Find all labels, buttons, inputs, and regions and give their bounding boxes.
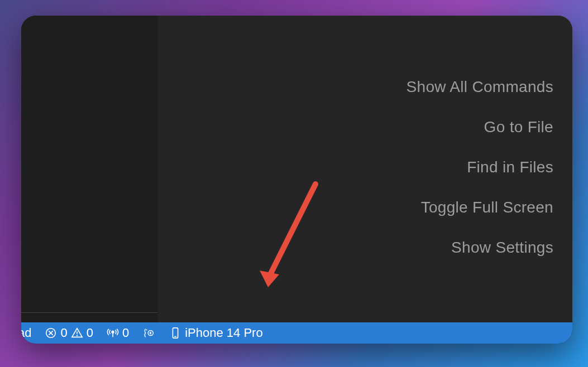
warning-count: 0 bbox=[87, 326, 93, 340]
command-find-in-files[interactable]: Find in Files bbox=[467, 158, 553, 176]
editor-area: Show All Commands Go to File Find in Fil… bbox=[21, 16, 572, 322]
warning-icon bbox=[71, 327, 83, 339]
svg-point-5 bbox=[112, 331, 114, 333]
svg-point-4 bbox=[77, 335, 77, 336]
command-show-settings[interactable]: Show Settings bbox=[451, 239, 553, 257]
command-go-to-file[interactable]: Go to File bbox=[484, 118, 553, 136]
status-bar: ad 0 0 bbox=[21, 322, 572, 344]
error-count: 0 bbox=[60, 326, 67, 340]
status-device-selector[interactable]: iPhone 14 Pro bbox=[169, 326, 262, 340]
phone-icon bbox=[169, 326, 181, 340]
command-show-all-commands[interactable]: Show All Commands bbox=[407, 78, 553, 96]
welcome-area: Show All Commands Go to File Find in Fil… bbox=[158, 16, 572, 322]
device-label: iPhone 14 Pro bbox=[185, 326, 262, 340]
broadcast-icon bbox=[107, 327, 119, 339]
debug-icon bbox=[142, 327, 156, 339]
status-partial-label: ad bbox=[21, 326, 31, 340]
status-debug[interactable] bbox=[142, 327, 156, 339]
status-problems[interactable]: 0 0 bbox=[45, 326, 93, 340]
error-icon bbox=[45, 327, 57, 339]
editor-window: Show All Commands Go to File Find in Fil… bbox=[21, 16, 572, 344]
command-toggle-full-screen[interactable]: Toggle Full Screen bbox=[421, 199, 553, 216]
welcome-command-list: Show All Commands Go to File Find in Fil… bbox=[407, 78, 553, 257]
svg-point-8 bbox=[146, 329, 147, 330]
sidebar-panel bbox=[21, 16, 158, 322]
sidebar-divider bbox=[21, 312, 157, 313]
port-forward-count: 0 bbox=[122, 326, 129, 340]
status-port-forward[interactable]: 0 bbox=[107, 326, 129, 340]
status-item-partial[interactable]: ad bbox=[21, 326, 31, 340]
